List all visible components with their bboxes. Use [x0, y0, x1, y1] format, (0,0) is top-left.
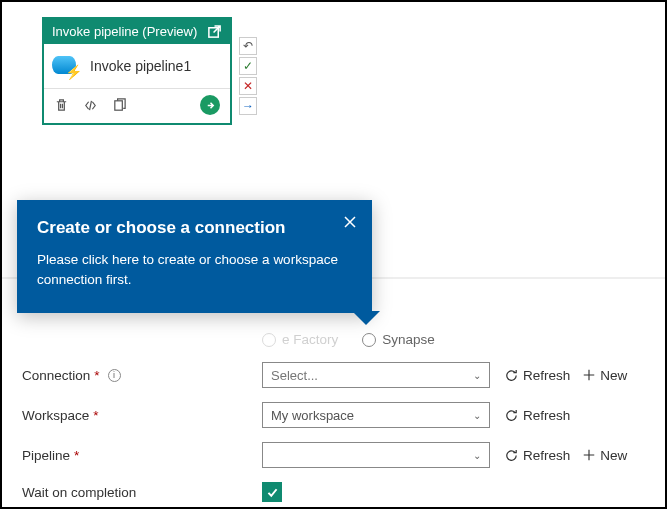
connection-select[interactable]: Select...⌄	[262, 362, 490, 388]
pipeline-row: Pipeline* ⌄ Refresh New	[22, 442, 650, 468]
info-icon[interactable]: i	[108, 369, 121, 382]
open-external-icon[interactable]	[207, 24, 222, 39]
status-icons: ↶ ✓ ✕ →	[239, 37, 257, 115]
workspace-label: Workspace	[22, 408, 89, 423]
run-icon[interactable]	[200, 95, 220, 115]
skip-icon[interactable]: →	[239, 97, 257, 115]
activity-footer	[44, 88, 230, 123]
chevron-down-icon: ⌄	[473, 410, 481, 421]
undo-icon[interactable]: ↶	[239, 37, 257, 55]
pipeline-label: Pipeline	[22, 448, 70, 463]
pipeline-select[interactable]: ⌄	[262, 442, 490, 468]
copy-icon[interactable]	[112, 98, 127, 113]
workspace-row: Workspace* My workspace⌄ Refresh	[22, 402, 650, 428]
connection-row: Connection*i Select...⌄ Refresh New	[22, 362, 650, 388]
new-connection-button[interactable]: New	[582, 368, 627, 383]
type-option-factory[interactable]: e Factory	[262, 332, 338, 347]
chevron-down-icon: ⌄	[473, 370, 481, 381]
connection-tooltip: Create or choose a connection Please cli…	[17, 200, 372, 313]
activity-name: Invoke pipeline1	[90, 58, 191, 74]
error-icon[interactable]: ✕	[239, 77, 257, 95]
connection-label: Connection	[22, 368, 90, 383]
workspace-select[interactable]: My workspace⌄	[262, 402, 490, 428]
tooltip-title: Create or choose a connection	[37, 218, 352, 238]
refresh-pipeline-button[interactable]: Refresh	[504, 448, 570, 463]
tooltip-body: Please click here to create or choose a …	[37, 250, 352, 289]
activity-card[interactable]: Invoke pipeline (Preview) ⚡ Invoke pipel…	[42, 17, 232, 125]
delete-icon[interactable]	[54, 98, 69, 113]
wait-checkbox[interactable]	[262, 482, 282, 502]
activity-header: Invoke pipeline (Preview)	[44, 19, 230, 44]
wait-row: Wait on completion	[22, 482, 650, 502]
activity-title: Invoke pipeline (Preview)	[52, 24, 197, 39]
type-radio-group[interactable]: e Factory Synapse	[262, 332, 435, 347]
wait-label: Wait on completion	[22, 485, 136, 500]
type-option-synapse[interactable]: Synapse	[362, 332, 435, 347]
chevron-down-icon: ⌄	[473, 450, 481, 461]
settings-form: Connection*i Select...⌄ Refresh New Work…	[22, 362, 650, 509]
pipeline-icon: ⚡	[52, 54, 80, 78]
success-icon[interactable]: ✓	[239, 57, 257, 75]
activity-body: ⚡ Invoke pipeline1	[44, 44, 230, 88]
new-pipeline-button[interactable]: New	[582, 448, 627, 463]
svg-rect-1	[115, 100, 123, 109]
refresh-connection-button[interactable]: Refresh	[504, 368, 570, 383]
close-icon[interactable]	[342, 214, 358, 234]
tooltip-arrow	[352, 311, 380, 325]
refresh-workspace-button[interactable]: Refresh	[504, 408, 570, 423]
code-icon[interactable]	[83, 98, 98, 113]
